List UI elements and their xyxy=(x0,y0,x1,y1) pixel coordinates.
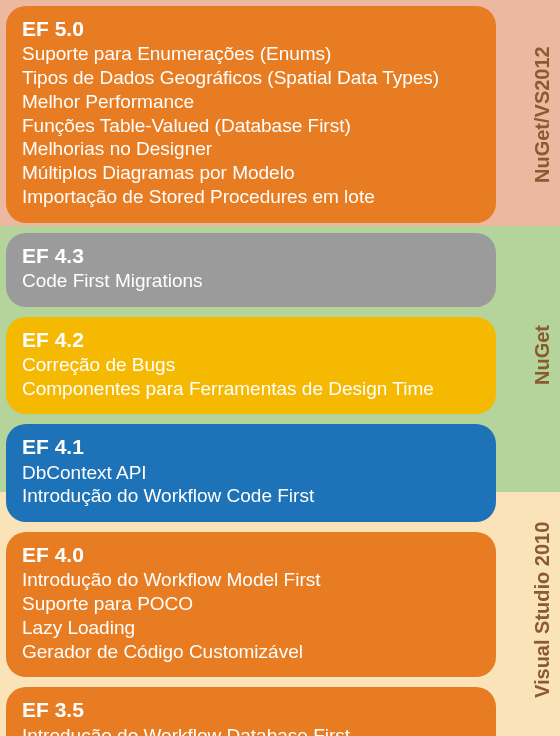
section-label-nuget: NuGet xyxy=(531,300,554,410)
card-ef-4-1: EF 4.1 DbContext API Introdução do Workf… xyxy=(6,424,496,522)
card-feature: Melhorias no Designer xyxy=(22,137,480,161)
card-title: EF 5.0 xyxy=(22,16,480,42)
card-ef-4-2: EF 4.2 Correção de Bugs Componentes para… xyxy=(6,317,496,415)
card-ef-3-5: EF 3.5 Introdução do Workflow Database F… xyxy=(6,687,496,736)
card-title: EF 4.2 xyxy=(22,327,480,353)
section-label-nuget-vs2012: NuGet/VS2012 xyxy=(531,30,554,200)
card-title: EF 3.5 xyxy=(22,697,480,723)
card-feature: Suporte para POCO xyxy=(22,592,480,616)
card-ef-5-0: EF 5.0 Suporte para Enumerações (Enums) … xyxy=(6,6,496,223)
card-feature: Gerador de Código Customizável xyxy=(22,640,480,664)
card-feature: Suporte para Enumerações (Enums) xyxy=(22,42,480,66)
card-feature: Funções Table-Valued (Database First) xyxy=(22,114,480,138)
card-ef-4-0: EF 4.0 Introdução do Workflow Model Firs… xyxy=(6,532,496,677)
card-ef-4-3: EF 4.3 Code First Migrations xyxy=(6,233,496,307)
card-title: EF 4.0 xyxy=(22,542,480,568)
card-feature: Tipos de Dados Geográficos (Spatial Data… xyxy=(22,66,480,90)
card-title: EF 4.3 xyxy=(22,243,480,269)
card-feature: Introdução do Workflow Code First xyxy=(22,484,480,508)
card-feature: Introdução do Workflow Database First xyxy=(22,724,480,737)
section-label-vs2010: Visual Studio 2010 xyxy=(531,510,554,710)
card-feature: Melhor Performance xyxy=(22,90,480,114)
card-feature: Componentes para Ferramentas de Design T… xyxy=(22,377,480,401)
card-feature: Múltiplos Diagramas por Modelo xyxy=(22,161,480,185)
card-feature: Importação de Stored Procedures em lote xyxy=(22,185,480,209)
card-feature: Introdução do Workflow Model First xyxy=(22,568,480,592)
card-feature: Lazy Loading xyxy=(22,616,480,640)
card-feature: Correção de Bugs xyxy=(22,353,480,377)
card-title: EF 4.1 xyxy=(22,434,480,460)
cards-column: EF 5.0 Suporte para Enumerações (Enums) … xyxy=(6,6,496,736)
card-feature: DbContext API xyxy=(22,461,480,485)
card-feature: Code First Migrations xyxy=(22,269,480,293)
